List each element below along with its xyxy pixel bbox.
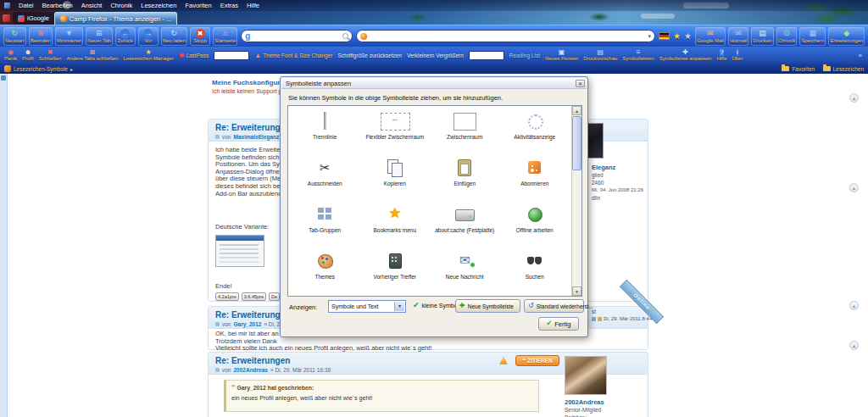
toolbar-button-neues-fenster[interactable]: ▣Neues Fenster [545, 47, 578, 63]
toolbar-button-drucken[interactable]: ▤Drucken [751, 27, 773, 46]
toolbar-button-speichern[interactable]: ▦Speichern [799, 27, 826, 46]
palette-item-offline-arbeiten[interactable]: Offline arbeiten [500, 201, 570, 247]
toolbar-button-lastpass[interactable]: ✱LastPass [179, 52, 209, 59]
toolbar-link-verkleinern-vergr-ern[interactable]: Verkleinern Vergrößern [407, 53, 464, 58]
dialog-close-button[interactable]: ✕ [576, 80, 585, 87]
toolbar-button-druckvorschau[interactable]: ▤Druckvorschau [583, 47, 617, 63]
toolbar-button-minimieren[interactable]: ▼Minimieren [55, 27, 83, 46]
palette-item-einf-gen[interactable]: Einfügen [430, 154, 500, 201]
menu-item-datei[interactable]: Datei [19, 2, 34, 9]
sidebar-icon[interactable] [1, 75, 6, 81]
toolbar-button-schlie-en[interactable]: ✖Schließen [39, 47, 62, 63]
toolbar-button-profil[interactable]: ☻Profil [22, 47, 34, 63]
toolbar-button-stopp[interactable]: ✖Stopp [190, 27, 210, 46]
address-bar[interactable]: ▾ [356, 30, 655, 42]
toolbar-button-andere-tabs-schlie-en[interactable]: ⊠Andere Tabs schließen [66, 47, 118, 63]
new-toolbar-button[interactable]: ✚ Neue Symbolleiste [455, 299, 520, 313]
toolbar-button-theme-font-size-changer[interactable]: ▲Theme Font & Size Changer [254, 52, 332, 59]
scroll-top-button[interactable]: ▴ [849, 301, 859, 310]
signature-badge[interactable]: 4.2a1pre [215, 292, 239, 301]
palette-item-kopieren[interactable]: Kopieren [360, 154, 431, 201]
scroll-top-button[interactable]: ▴ [849, 183, 859, 192]
toolbar-button-symbolleisten[interactable]: ≡Symbolleisten [622, 47, 654, 63]
quote-button[interactable]: “ ZITIEREN [515, 355, 559, 366]
url-input[interactable] [370, 31, 645, 41]
toolbar-button-hilfe[interactable]: ?Hilfe [716, 47, 726, 63]
toolbar-button-panik[interactable]: ◉Panik [4, 47, 17, 63]
toolbar-button-beenden[interactable]: ⊗Beenden [29, 27, 53, 46]
palette-item-about-cache-festplatte[interactable]: about:cache (Festplatte) [430, 201, 500, 247]
toolbar-button-symbolleiste-anpassen[interactable]: ✚Symbolleiste anpassen [659, 47, 712, 63]
toolbar-button-startseite[interactable]: ⌂Startseite [213, 27, 237, 46]
bookmark-folder-favoriten[interactable]: Favoriten [782, 66, 815, 72]
tab-campfirefox[interactable]: Camp Firefox - Thema anzeigen - ... [54, 12, 177, 25]
bookmark-star-icon[interactable]: ★ [673, 32, 681, 41]
search-input[interactable] [253, 31, 340, 41]
toolbar-button-hotmail[interactable]: ✉Hotmail [728, 27, 748, 46]
author-link[interactable]: 2002Andreas [233, 367, 267, 373]
menu-item-bearbeiten[interactable]: Bearbeiten [42, 2, 73, 9]
toolbar-button-neustart[interactable]: ↻Neustart [3, 27, 26, 46]
palette-item-bookmarks-menu[interactable]: Bookmarks menu [360, 201, 431, 247]
url-dropdown-icon[interactable]: ▾ [648, 33, 651, 40]
palette-item-neue-nachricht[interactable]: Neue Nachricht [430, 247, 500, 294]
menu-item-extras[interactable]: Extras [220, 2, 238, 9]
toolbar-button-ber[interactable]: iÜber [732, 47, 743, 63]
palette-item-trennlinie[interactable]: Trennlinie [290, 108, 360, 154]
palette-item-suchen[interactable]: Suchen [500, 247, 570, 294]
menu-item-chronik[interactable]: Chronik [110, 2, 132, 9]
author-link[interactable]: MaximaleEleganz [233, 134, 279, 140]
report-post-icon[interactable] [499, 357, 508, 364]
toolbar-button-neuer-tab[interactable]: ⊞Neuer Tab [86, 27, 113, 46]
palette-item-tab-gruppen[interactable]: Tab-Gruppen [290, 201, 360, 247]
signature-badge[interactable]: 3.6.45pre [242, 292, 266, 301]
screenshot-thumbnail[interactable] [215, 235, 264, 267]
select-arrow-icon[interactable]: ▾ [394, 302, 404, 311]
german-flag-icon[interactable] [659, 32, 670, 40]
secondary-star-icon[interactable]: ★ [684, 32, 692, 41]
menu-item-lesezeichen[interactable]: Lesezeichen [141, 2, 176, 9]
toolbar-link-schriftgr-e-zur-cksetzen[interactable]: Schriftgröße zurücksetzen [337, 53, 402, 58]
toolbar-button-neu-laden[interactable]: ↻Neu laden [161, 27, 187, 46]
palette-item-aktivit-tsanzeige[interactable]: Aktivitätsanzeige [500, 108, 570, 154]
scroll-top-button[interactable]: ▴ [849, 341, 859, 350]
toolbar-link-reading-list[interactable]: Reading List [509, 53, 540, 58]
toolbar-button-chronik[interactable]: ⊙Chronik [776, 27, 798, 46]
menu-item-ansicht[interactable]: Ansicht [81, 2, 103, 9]
bookmark-folder-lesezeichen[interactable]: Lesezeichen [823, 66, 865, 72]
menu-item-favoriten[interactable]: Favoriten [185, 2, 211, 9]
scroll-up-button[interactable]: ▲ [572, 106, 581, 115]
toolbar-button-erweiterungen[interactable]: ◆Erweiterungen [828, 27, 865, 46]
bookmarks-left-label[interactable]: Lesezeichen-Symbole [14, 66, 68, 72]
signature-badge[interactable]: De [269, 292, 280, 301]
palette-item-themes[interactable]: Themes [290, 247, 360, 294]
tab-igoogle[interactable]: iGoogle [13, 12, 54, 25]
overflow-chevron[interactable]: » [859, 52, 864, 59]
scroll-top-button[interactable]: ▴ [849, 93, 859, 103]
toolbar-input[interactable] [469, 51, 504, 60]
bookmarks-arrow-icon[interactable]: ▸ [70, 66, 73, 72]
tab-list-icon[interactable] [3, 14, 10, 22]
palette-item-ausschneiden[interactable]: Ausschneiden [290, 154, 360, 201]
done-button[interactable]: ✔ Fertig [538, 317, 579, 331]
scroll-thumb[interactable] [572, 116, 581, 170]
toolbar-button-vor[interactable]: →Vor [138, 27, 159, 46]
dialog-titlebar[interactable]: Symbolleiste anpassen [281, 78, 587, 89]
profile-name-fragment[interactable]: Eleganz [592, 164, 615, 171]
scroll-down-button[interactable]: ▼ [572, 286, 581, 296]
mode-select[interactable]: Symbole und Text ▾ [328, 300, 406, 313]
toolbar-button-zur-ck[interactable]: ←Zurück [115, 27, 136, 46]
toolbar-button-google-mail[interactable]: ✉Google Mail [695, 27, 726, 46]
toolbar-button-lesezeichen-manager[interactable]: ★Lesezeichen-Manager [123, 47, 173, 63]
profile-name[interactable]: 2002Andreas [565, 398, 604, 406]
palette-scrollbar[interactable]: ▲ ▼ [571, 106, 581, 296]
post-title-link[interactable]: Re: Erweiterungen [215, 356, 290, 365]
palette-item-flexibler-zwischenraum[interactable]: Flexibler Zwischenraum [360, 108, 431, 154]
palette-item-vorheriger-treffer[interactable]: Vorheriger Treffer [360, 247, 431, 294]
toolbar-input[interactable] [214, 51, 249, 60]
palette-item-zwischenraum[interactable]: Zwischenraum [430, 108, 500, 154]
sidebar-strip[interactable] [0, 74, 8, 417]
restore-default-button[interactable]: ↺ Standard wiederherst... [524, 299, 584, 313]
palette-item-abonnieren[interactable]: Abonnieren [500, 154, 570, 201]
menu-item-hilfe[interactable]: Hilfe [247, 2, 259, 9]
